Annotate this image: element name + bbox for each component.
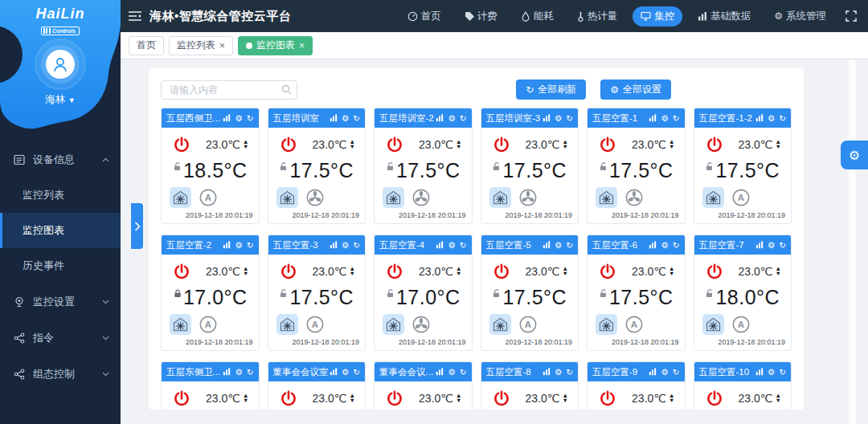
setpoint-stepper[interactable]: ▲▼	[456, 267, 461, 277]
refresh-all-button[interactable]: ↻ 全部刷新	[516, 80, 586, 100]
card-chart-icon[interactable]	[436, 368, 444, 376]
step-down-icon[interactable]: ▼	[456, 271, 461, 277]
username-dropdown[interactable]: 海林 ▼	[0, 93, 121, 107]
auto-fan-mode-icon[interactable]: A	[198, 187, 219, 208]
card-settings-icon[interactable]: ⚙	[768, 114, 775, 123]
step-down-icon[interactable]: ▼	[456, 398, 461, 404]
step-down-icon[interactable]: ▼	[776, 145, 781, 150]
setpoint-stepper[interactable]: ▲▼	[776, 393, 781, 404]
card-refresh-icon[interactable]: ↻	[566, 368, 573, 377]
fan-mode-icon[interactable]	[305, 187, 326, 208]
collapse-menu-icon[interactable]	[129, 11, 143, 21]
step-down-icon[interactable]: ▼	[243, 398, 248, 404]
setpoint-stepper[interactable]: ▲▼	[669, 140, 674, 150]
setpoint-stepper[interactable]: ▲▼	[350, 267, 355, 277]
card-settings-icon[interactable]: ⚙	[342, 241, 349, 250]
card-chart-icon[interactable]	[223, 368, 231, 376]
card-refresh-icon[interactable]: ↻	[779, 114, 786, 123]
card-settings-icon[interactable]: ⚙	[342, 368, 349, 377]
power-icon[interactable]	[280, 136, 297, 153]
auto-fan-mode-icon[interactable]: A	[731, 187, 751, 208]
card-settings-icon[interactable]: ⚙	[555, 368, 562, 377]
heat-mode-icon[interactable]	[276, 314, 298, 335]
sidebar-item-monitor-charts[interactable]: 监控图表	[0, 213, 121, 248]
card-chart-icon[interactable]	[649, 368, 657, 376]
setpoint-stepper[interactable]: ▲▼	[563, 140, 568, 150]
fullscreen-icon[interactable]	[845, 10, 857, 22]
nav-item-billing[interactable]: 计费	[457, 6, 506, 26]
card-refresh-icon[interactable]: ↻	[247, 368, 254, 377]
nav-item-energy[interactable]: 能耗	[513, 6, 562, 26]
step-down-icon[interactable]: ▼	[563, 398, 568, 404]
setpoint-stepper[interactable]: ▲▼	[563, 267, 568, 277]
card-refresh-icon[interactable]: ↻	[247, 241, 254, 250]
card-chart-icon[interactable]	[649, 241, 657, 249]
card-refresh-icon[interactable]: ↻	[673, 368, 680, 377]
heat-mode-icon[interactable]	[276, 187, 298, 208]
step-down-icon[interactable]: ▼	[350, 271, 355, 277]
power-icon[interactable]	[493, 389, 510, 407]
nav-item-basic-data[interactable]: 基础数据	[690, 6, 759, 26]
setpoint-stepper[interactable]: ▲▼	[350, 140, 355, 150]
card-chart-icon[interactable]	[542, 241, 551, 249]
power-icon[interactable]	[706, 136, 723, 153]
setpoint-stepper[interactable]: ▲▼	[669, 267, 674, 277]
card-refresh-icon[interactable]: ↻	[673, 114, 680, 123]
setpoint-stepper[interactable]: ▲▼	[243, 140, 248, 150]
setpoint-stepper[interactable]: ▲▼	[563, 393, 568, 404]
card-refresh-icon[interactable]: ↻	[353, 368, 360, 377]
power-icon[interactable]	[280, 389, 297, 407]
power-icon[interactable]	[173, 263, 190, 280]
setpoint-stepper[interactable]: ▲▼	[456, 393, 461, 404]
tab-home[interactable]: 首页	[129, 36, 164, 55]
nav-item-heat-metering[interactable]: 热计量	[569, 6, 626, 26]
auto-fan-mode-icon[interactable]: A	[198, 314, 219, 335]
power-icon[interactable]	[386, 389, 403, 407]
setpoint-stepper[interactable]: ▲▼	[776, 140, 781, 150]
step-down-icon[interactable]: ▼	[350, 145, 355, 150]
power-icon[interactable]	[386, 263, 403, 280]
card-settings-icon[interactable]: ⚙	[235, 368, 242, 377]
step-down-icon[interactable]: ▼	[350, 398, 355, 404]
auto-fan-mode-icon[interactable]: A	[518, 314, 538, 335]
search-icon[interactable]	[281, 84, 292, 95]
step-down-icon[interactable]: ▼	[669, 398, 674, 404]
card-refresh-icon[interactable]: ↻	[566, 241, 573, 250]
heat-mode-icon[interactable]	[383, 314, 404, 335]
step-down-icon[interactable]: ▼	[243, 271, 248, 277]
card-refresh-icon[interactable]: ↻	[779, 241, 786, 250]
auto-fan-mode-icon[interactable]: A	[624, 314, 645, 335]
card-settings-icon[interactable]: ⚙	[235, 241, 242, 250]
card-settings-icon[interactable]: ⚙	[661, 368, 668, 377]
heat-mode-icon[interactable]	[383, 187, 404, 208]
fan-mode-icon[interactable]	[411, 187, 432, 208]
nav-item-home[interactable]: 首页	[399, 6, 449, 26]
card-refresh-icon[interactable]: ↻	[779, 368, 786, 377]
heat-mode-icon[interactable]	[170, 187, 191, 208]
step-down-icon[interactable]: ▼	[456, 145, 461, 150]
step-down-icon[interactable]: ▼	[563, 145, 568, 150]
power-icon[interactable]	[706, 263, 723, 280]
card-settings-icon[interactable]: ⚙	[448, 241, 455, 250]
card-chart-icon[interactable]	[330, 241, 338, 249]
tab-monitor-list[interactable]: 监控列表 ×	[169, 36, 233, 55]
card-refresh-icon[interactable]: ↻	[247, 114, 254, 123]
avatar[interactable]	[46, 50, 75, 79]
card-settings-icon[interactable]: ⚙	[768, 368, 775, 377]
heat-mode-icon[interactable]	[596, 314, 617, 335]
close-icon[interactable]: ×	[299, 41, 305, 51]
card-refresh-icon[interactable]: ↻	[460, 114, 467, 123]
scrollbar[interactable]	[849, 59, 856, 424]
step-down-icon[interactable]: ▼	[776, 398, 781, 404]
card-chart-icon[interactable]	[223, 241, 231, 249]
power-icon[interactable]	[386, 136, 403, 153]
card-refresh-icon[interactable]: ↻	[460, 241, 467, 250]
step-down-icon[interactable]: ▼	[669, 145, 674, 150]
tab-monitor-charts[interactable]: 监控图表 ×	[238, 36, 313, 55]
card-settings-icon[interactable]: ⚙	[448, 114, 455, 123]
setpoint-stepper[interactable]: ▲▼	[350, 393, 355, 404]
heat-mode-icon[interactable]	[702, 187, 724, 208]
power-icon[interactable]	[599, 389, 616, 407]
heat-mode-icon[interactable]	[596, 187, 617, 208]
power-icon[interactable]	[706, 389, 723, 407]
